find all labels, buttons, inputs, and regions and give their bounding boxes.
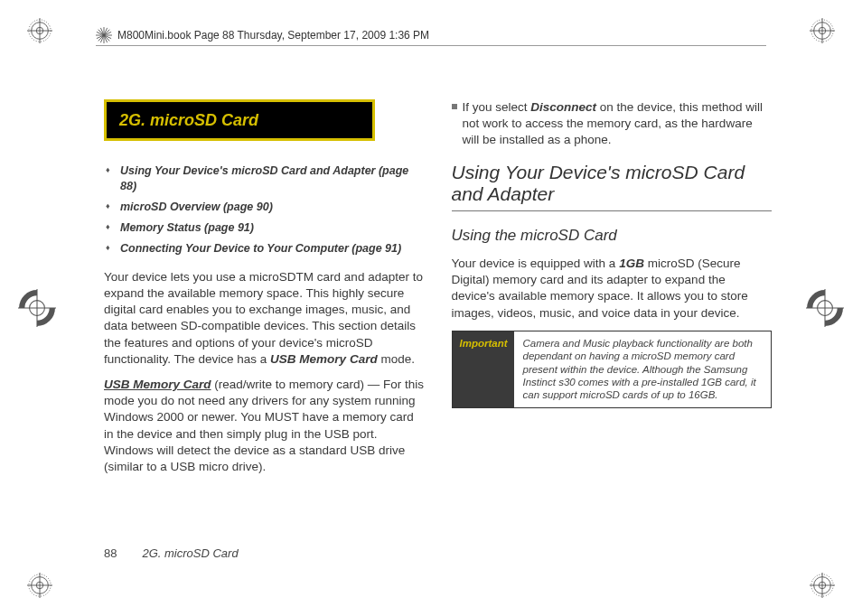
right-column: If you select Disconnect on the device, …	[452, 99, 773, 544]
page-footer: 882G. microSD Card	[104, 546, 239, 560]
crop-mark-icon	[27, 573, 52, 598]
section-title: 2G. microSD Card	[119, 111, 258, 129]
toc-item: Connecting Your Device to Your Computer …	[120, 241, 425, 257]
toc-list: Using Your Device's microSD Card and Ada…	[104, 163, 425, 256]
important-text: Camera and Music playback functionality …	[514, 331, 772, 407]
registration-mark-icon	[18, 289, 56, 327]
bullet-item: If you select Disconnect on the device, …	[452, 99, 773, 149]
page-number: 88	[104, 546, 117, 560]
burst-icon	[96, 27, 112, 43]
toc-item: Memory Status (page 91)	[120, 220, 425, 236]
header-text: M800Mini.book Page 88 Thursday, Septembe…	[117, 29, 429, 42]
body-paragraph: Your device is equipped with a 1GB micro…	[452, 256, 773, 322]
heading-1: Using Your Device's microSD Card and Ada…	[452, 162, 773, 205]
section-header: 2G. microSD Card	[104, 99, 375, 141]
body-paragraph: Your device lets you use a microSDTM car…	[104, 269, 425, 368]
footer-title: 2G. microSD Card	[142, 546, 238, 560]
crop-mark-icon	[810, 573, 835, 598]
important-label: Important	[453, 331, 514, 407]
bullet-icon	[452, 104, 457, 109]
toc-item: Using Your Device's microSD Card and Ada…	[120, 163, 425, 194]
left-column: 2G. microSD Card Using Your Device's mic…	[104, 99, 425, 544]
important-box: Important Camera and Music playback func…	[452, 331, 773, 408]
toc-item: microSD Overview (page 90)	[120, 200, 425, 215]
document-header: M800Mini.book Page 88 Thursday, Septembe…	[96, 27, 766, 46]
divider	[452, 210, 773, 211]
crop-mark-icon	[27, 18, 52, 43]
registration-mark-icon	[806, 289, 844, 327]
body-paragraph: USB Memory Card (read/write to memory ca…	[104, 377, 425, 475]
heading-2: Using the microSD Card	[452, 226, 773, 247]
crop-mark-icon	[810, 18, 835, 43]
